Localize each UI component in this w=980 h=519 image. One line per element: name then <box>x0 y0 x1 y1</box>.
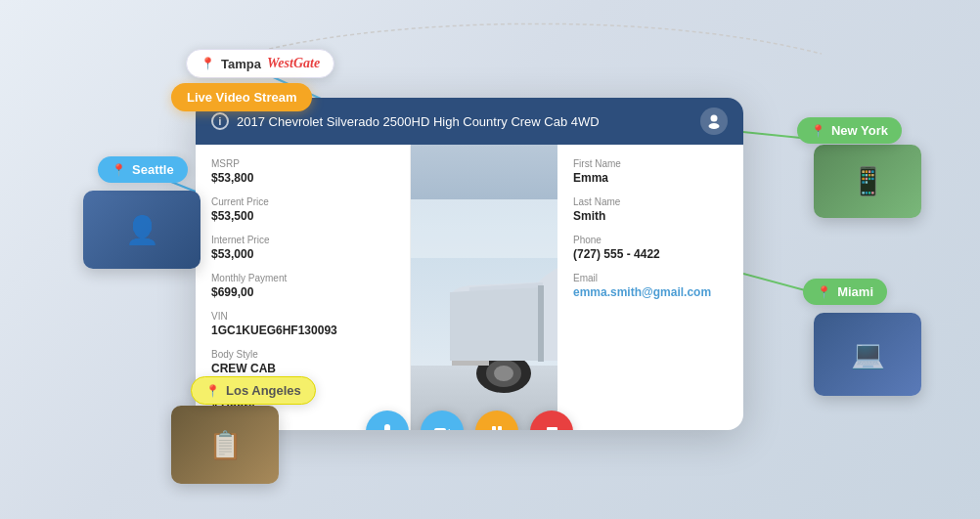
miami-label: Miami <box>837 284 873 299</box>
user-avatar <box>700 108 728 135</box>
losangeles-badge: 📍 Los Angeles <box>191 376 316 405</box>
field-email: Email emma.smith@gmail.com <box>573 273 728 299</box>
seattle-label: Seattle <box>132 162 174 177</box>
svg-rect-31 <box>498 426 502 430</box>
field-last-name: Last Name Smith <box>573 196 728 223</box>
value-current-price: $53,500 <box>211 209 394 223</box>
seattle-badge: 📍 Seattle <box>98 156 188 183</box>
miami-badge: 📍 Miami <box>803 279 887 305</box>
tampa-badge: 📍 Tampa WestGate <box>186 49 334 78</box>
svg-rect-23 <box>538 285 544 362</box>
field-msrp: MSRP $53,800 <box>211 158 394 185</box>
label-vin: VIN <box>211 311 394 322</box>
svg-rect-30 <box>492 426 496 430</box>
westgate-logo: WestGate <box>267 56 320 71</box>
pin-icon-miami: 📍 <box>817 285 831 299</box>
label-last-name: Last Name <box>573 196 728 207</box>
pin-icon-la: 📍 <box>205 384 220 398</box>
field-vin: VIN 1GC1KUEG6HF130093 <box>211 311 394 337</box>
seattle-person: 👤 <box>83 191 200 269</box>
la-person: 📋 <box>171 406 279 484</box>
pin-icon: 📍 <box>200 57 215 70</box>
pin-icon-seattle: 📍 <box>111 163 126 177</box>
newyork-label: New York <box>831 123 888 138</box>
pin-icon-newyork: 📍 <box>811 124 825 138</box>
control-bar <box>366 411 573 430</box>
miami-person: 💻 <box>814 313 921 396</box>
losangeles-label: Los Angeles <box>226 383 301 398</box>
field-internet-price: Internet Price $53,000 <box>211 235 394 261</box>
label-monthly-payment: Monthly Payment <box>211 273 394 283</box>
field-monthly-payment: Monthly Payment $699,00 <box>211 273 394 299</box>
svg-rect-9 <box>411 199 557 258</box>
svg-rect-26 <box>384 424 390 430</box>
tampa-label: Tampa <box>221 57 261 71</box>
newyork-thumbnail: 📱 <box>814 145 921 218</box>
newyork-badge: 📍 New York <box>797 117 902 144</box>
value-monthly-payment: $699,00 <box>211 285 394 299</box>
miami-thumbnail: 💻 <box>814 313 921 396</box>
pause-button[interactable] <box>475 411 518 430</box>
video-button[interactable] <box>421 411 464 430</box>
card-header-left: i 2017 Chevrolet Silverado 2500HD High C… <box>211 112 600 130</box>
label-body-style: Body Style <box>211 349 394 360</box>
svg-rect-32 <box>547 427 557 430</box>
field-first-name: First Name Emma <box>573 158 728 185</box>
value-msrp: $53,800 <box>211 171 394 185</box>
losangeles-thumbnail: 📋 <box>171 406 279 484</box>
live-stream-badge: Live Video Stream <box>171 83 312 111</box>
field-body-style: Body Style CREW CAB <box>211 349 394 375</box>
value-phone: (727) 555 - 4422 <box>573 247 728 261</box>
svg-point-5 <box>711 115 718 122</box>
value-internet-price: $53,000 <box>211 247 394 261</box>
stop-button[interactable] <box>530 411 573 430</box>
field-current-price: Current Price $53,500 <box>211 196 394 223</box>
value-body-style: CREW CAB <box>211 362 394 375</box>
value-vin: 1GC1KUEG6HF130093 <box>211 324 394 337</box>
truck-image-area <box>411 145 557 430</box>
svg-point-12 <box>494 366 513 381</box>
label-phone: Phone <box>573 235 728 245</box>
label-first-name: First Name <box>573 158 728 169</box>
live-stream-label: Live Video Stream <box>187 90 296 105</box>
label-internet-price: Internet Price <box>211 235 394 245</box>
microphone-button[interactable] <box>366 411 409 430</box>
value-last-name: Smith <box>573 209 728 223</box>
info-icon: i <box>211 112 229 130</box>
card-title: 2017 Chevrolet Silverado 2500HD High Cou… <box>237 114 600 129</box>
label-current-price: Current Price <box>211 196 394 207</box>
field-phone: Phone (727) 555 - 4422 <box>573 235 728 261</box>
svg-rect-29 <box>434 428 446 430</box>
truck-placeholder <box>411 145 557 430</box>
newyork-person: 📱 <box>814 145 921 218</box>
seattle-thumbnail: 👤 <box>83 191 200 269</box>
label-email: Email <box>573 273 728 283</box>
card-fields-right: First Name Emma Last Name Smith Phone (7… <box>557 145 743 430</box>
value-first-name: Emma <box>573 171 728 185</box>
label-msrp: MSRP <box>211 158 394 169</box>
value-email[interactable]: emma.smith@gmail.com <box>573 285 728 299</box>
svg-point-6 <box>709 123 720 129</box>
